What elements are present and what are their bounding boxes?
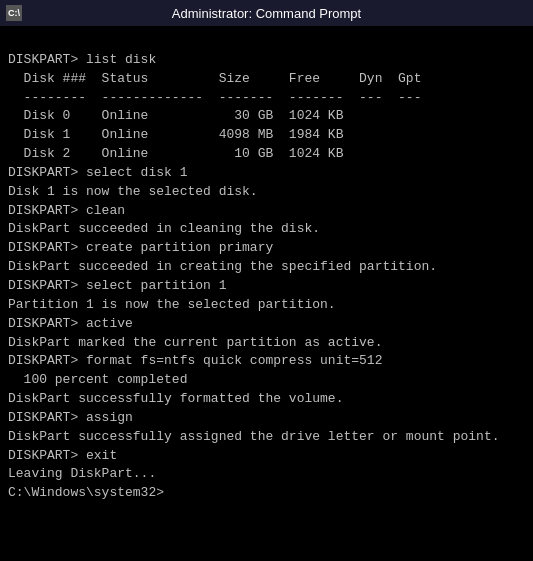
terminal-line: Disk 1 Online 4098 MB 1984 KB	[8, 126, 525, 145]
terminal-line: Disk 2 Online 10 GB 1024 KB	[8, 145, 525, 164]
terminal-line: DISKPART> active	[8, 315, 525, 334]
terminal-line: Partition 1 is now the selected partitio…	[8, 296, 525, 315]
terminal-line: DiskPart marked the current partition as…	[8, 334, 525, 353]
terminal-window[interactable]: DISKPART> list disk Disk ### Status Size…	[0, 26, 533, 561]
terminal-line: C:\Windows\system32>	[8, 484, 525, 503]
terminal-line: DiskPart successfully assigned the drive…	[8, 428, 525, 447]
terminal-line: DISKPART> format fs=ntfs quick compress …	[8, 352, 525, 371]
terminal-line: Disk 1 is now the selected disk.	[8, 183, 525, 202]
terminal-line: Leaving DiskPart...	[8, 465, 525, 484]
terminal-line: DISKPART> assign	[8, 409, 525, 428]
title-bar-icon: C:\	[6, 5, 22, 21]
terminal-line: DISKPART> select disk 1	[8, 164, 525, 183]
terminal-line: -------- ------------- ------- ------- -…	[8, 89, 525, 108]
terminal-line: DiskPart succeeded in creating the speci…	[8, 258, 525, 277]
terminal-line: DISKPART> list disk	[8, 51, 525, 70]
terminal-line: DISKPART> select partition 1	[8, 277, 525, 296]
title-bar-text: Administrator: Command Prompt	[172, 6, 361, 21]
terminal-line: DiskPart successfully formatted the volu…	[8, 390, 525, 409]
terminal-line: DISKPART> create partition primary	[8, 239, 525, 258]
terminal-line: DISKPART> exit	[8, 447, 525, 466]
terminal-line: DiskPart succeeded in cleaning the disk.	[8, 220, 525, 239]
terminal-line: Disk ### Status Size Free Dyn Gpt	[8, 70, 525, 89]
terminal-line: DISKPART> clean	[8, 202, 525, 221]
terminal-line: 100 percent completed	[8, 371, 525, 390]
title-bar: C:\ Administrator: Command Prompt	[0, 0, 533, 26]
terminal-line: Disk 0 Online 30 GB 1024 KB	[8, 107, 525, 126]
